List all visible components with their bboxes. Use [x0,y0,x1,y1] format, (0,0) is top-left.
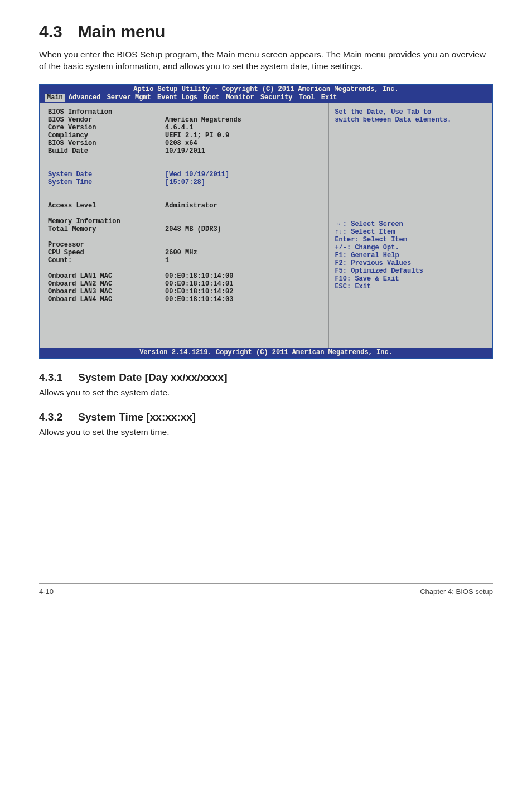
system-time-label[interactable]: System Time [48,178,165,186]
bios-copyright: Version 2.14.1219. Copyright (C) 2011 Am… [40,348,492,358]
page-footer: 4-10 Chapter 4: BIOS setup [39,583,493,596]
lan1-value: 00:E0:18:10:14:00 [165,272,233,280]
bios-version-value: 0208 x64 [165,139,197,147]
count-label: Count: [48,257,165,264]
section-number: 4.3 [39,22,62,41]
bios-tab-event-logs[interactable]: Event Logs [157,94,197,102]
bios-help-line1: Set the Date, Use Tab to [335,108,431,116]
core-version-label: Core Version [48,124,165,132]
access-level-value: Administrator [165,202,217,210]
bios-version-label: BIOS Version [48,139,165,147]
bios-tab-security[interactable]: Security [260,94,293,102]
lan2-value: 00:E0:18:10:14:01 [165,280,233,288]
footer-chapter: Chapter 4: BIOS setup [420,587,493,596]
lan1-label: Onboard LAN1 MAC [48,272,165,280]
bios-tab-advanced[interactable]: Advanced [69,94,101,102]
lan3-label: Onboard LAN3 MAC [48,288,165,296]
subsection-431-heading: 4.3.1System Date [Day xx/xx/xxxx] [39,371,493,384]
bios-tab-exit[interactable]: Exit [321,94,337,102]
memory-info-heading: Memory Information [48,218,165,225]
bios-vendor-label: BIOS Vendor [48,116,165,124]
build-date-value: 10/19/2011 [165,147,205,155]
subsection-432-heading: 4.3.2System Time [xx:xx:xx] [39,411,493,423]
count-value: 1 [165,257,169,264]
bios-nav-esc-exit: ESC: Exit [335,283,371,291]
section-intro: When you enter the BIOS Setup program, t… [39,49,493,73]
build-date-label: Build Date [48,147,165,155]
system-date-value[interactable]: [Wed 10/19/2011] [165,171,229,178]
core-version-value: 4.6.4.1 [165,124,193,132]
subsection-431-desc: Allows you to set the system date. [39,387,493,399]
lan3-value: 00:E0:18:10:14:02 [165,288,233,296]
bios-nav-general-help: F1: General Help [335,252,399,259]
section-heading: 4.3Main menu [39,22,493,41]
system-time-value[interactable]: [15:07:28] [165,178,205,186]
bios-help-line2: switch between Data elements. [335,116,451,124]
bios-nav-optimized-defaults: F5: Optimized Defaults [335,267,423,275]
bios-nav-enter: Enter: Select Item [335,236,407,244]
bios-nav-change-opt: +/-: Change Opt. [335,244,399,252]
bios-nav-select-item: ↑↓: Select Item [335,228,395,236]
bios-tab-main[interactable]: Main [45,94,65,102]
cpu-speed-label: CPU Speed [48,249,165,257]
subsection-432-number: 4.3.2 [39,411,62,423]
lan4-value: 00:E0:18:10:14:03 [165,296,233,303]
total-memory-label: Total Memory [48,225,165,233]
bios-body: BIOS Information BIOS VendorAmerican Meg… [40,103,492,348]
bios-right-separator [335,218,486,218]
bios-nav-previous-values: F2: Previous Values [335,259,411,267]
cpu-speed-value: 2600 MHz [165,249,197,257]
compliancy-label: Compliancy [48,132,165,139]
access-level-label: Access Level [48,202,165,210]
subsection-431-number: 4.3.1 [39,371,62,383]
system-date-label[interactable]: System Date [48,171,165,178]
bios-nav-save-exit: F10: Save & Exit [335,275,399,283]
bios-screenshot: Aptio Setup Utility - Copyright (C) 2011… [39,84,493,359]
bios-right-panel: Set the Date, Use Tab to switch between … [329,103,492,348]
compliancy-value: UEFI 2.1; PI 0.9 [165,132,229,139]
bios-title: Aptio Setup Utility - Copyright (C) 2011… [40,85,492,94]
lan4-label: Onboard LAN4 MAC [48,296,165,303]
bios-tab-server-mgmt[interactable]: Server Mgmt [107,94,151,102]
bios-info-heading: BIOS Information [48,108,165,116]
lan2-label: Onboard LAN2 MAC [48,280,165,288]
bios-left-panel: BIOS Information BIOS VendorAmerican Meg… [40,103,329,348]
bios-help-text: Set the Date, Use Tab to switch between … [335,108,486,124]
bios-tab-boot[interactable]: Boot [204,94,220,102]
bios-menubar: Main Advanced Server Mgmt Event Logs Boo… [40,94,492,103]
subsection-431-title: System Date [Day xx/xx/xxxx] [78,371,227,383]
bios-vendor-value: American Megatrends [165,116,241,124]
subsection-432-desc: Allows you to set the system time. [39,427,493,438]
subsection-432-title: System Time [xx:xx:xx] [78,411,196,423]
processor-label: Processor [48,241,165,249]
footer-page-number: 4-10 [39,587,54,596]
bios-nav-select-screen: →←: Select Screen [335,220,403,228]
bios-tab-monitor[interactable]: Monitor [226,94,254,102]
total-memory-value: 2048 MB (DDR3) [165,225,221,233]
section-title-text: Main menu [78,22,166,41]
bios-tab-tool[interactable]: Tool [299,94,315,102]
